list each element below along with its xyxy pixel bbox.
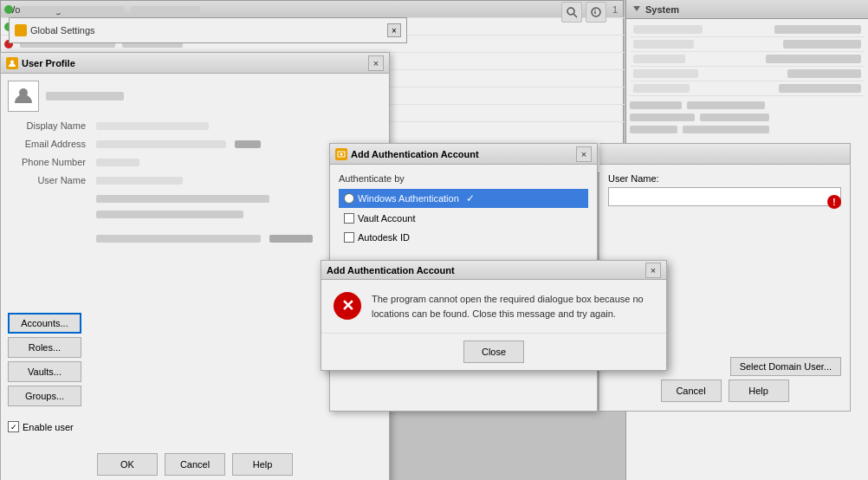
add-auth-icon (335, 148, 347, 160)
system-row-label (633, 55, 685, 63)
grid-cell (131, 6, 200, 13)
blurred-label (630, 126, 677, 133)
auth-help-button[interactable]: Help (729, 379, 789, 402)
avatar (8, 81, 39, 112)
vault-account-checkbox[interactable] (344, 213, 354, 224)
system-row-label (633, 84, 690, 93)
user-name-input[interactable] (608, 187, 841, 206)
add-auth-close-button[interactable]: × (576, 146, 592, 162)
system-row-value (774, 25, 861, 34)
windows-auth-radio[interactable] (344, 193, 354, 204)
system-row (630, 23, 865, 37)
toolbar-icon-2[interactable] (586, 2, 606, 23)
form-row-email: Email Address (8, 139, 382, 149)
form-row-extra3 (8, 235, 382, 243)
select-domain-user-button[interactable]: Select Domain User... (730, 357, 841, 376)
autodesk-id-checkbox[interactable] (344, 232, 354, 243)
email-label: Email Address (8, 139, 86, 149)
svg-point-0 (567, 8, 574, 15)
system-row (630, 67, 865, 81)
form-row-display-name: Display Name (8, 120, 382, 131)
auth-right-titlebar (599, 144, 850, 165)
groups-button[interactable]: Groups... (8, 386, 81, 406)
email-value (96, 140, 226, 148)
enable-user-checkbox[interactable]: ✓ (8, 421, 19, 432)
autodesk-id-label: Autodesk ID (358, 232, 410, 243)
form-row-username: User Name (8, 175, 382, 185)
phone-label: Phone Number (8, 157, 86, 167)
username-value (96, 177, 183, 185)
svg-point-2 (592, 8, 600, 16)
system-row-value (766, 55, 861, 63)
error-x-icon: ✕ (341, 298, 354, 314)
add-auth-title-left: Add Authentication Account (335, 148, 479, 160)
expand-icon (633, 6, 640, 13)
blurred-value (700, 114, 769, 121)
grid-cell (20, 6, 124, 13)
extra-row-value3b (269, 235, 313, 243)
roles-button[interactable]: Roles... (8, 337, 81, 358)
extra-row-value (96, 195, 269, 203)
svg-line-1 (573, 14, 577, 17)
error-close-button[interactable]: Close (463, 341, 524, 363)
auth-content: Authenticate by Windows Authentication ✓… (330, 165, 597, 256)
error-dialog-titlebar: Add Authentication Account × (321, 261, 666, 280)
help-button[interactable]: Help (232, 453, 293, 476)
system-row (630, 52, 865, 67)
error-dialog: Add Authentication Account × ✕ The progr… (321, 260, 667, 371)
email-extra (235, 140, 261, 148)
authenticate-by-label: Authenticate by (339, 173, 588, 184)
blurred-info-row (630, 126, 865, 133)
user-profile-close-button[interactable]: × (368, 55, 384, 71)
form-row-extra2 (8, 211, 382, 218)
user-profile-icon (6, 57, 18, 69)
blurred-label (630, 101, 682, 109)
blurred-info-row (630, 114, 865, 121)
blurred-value (683, 126, 769, 133)
global-settings-title: Global Settings (30, 25, 95, 36)
svg-point-5 (10, 60, 14, 63)
error-dialog-content: ✕ The program cannot open the required d… (321, 280, 666, 333)
autodesk-id-option[interactable]: Autodesk ID (339, 229, 588, 246)
svg-point-8 (340, 152, 343, 155)
error-dialog-footer: Close (321, 333, 666, 370)
system-row (630, 81, 865, 96)
enable-user-row: ✓ Enable user (8, 421, 74, 432)
vault-account-label: Vault Account (358, 213, 415, 224)
user-profile-titlebar: User Profile × (1, 53, 389, 74)
global-settings-icon (15, 24, 27, 36)
system-row-value (779, 84, 861, 93)
vault-account-option[interactable]: Vault Account (339, 210, 588, 227)
windows-auth-label: Windows Authentication (358, 193, 459, 204)
avatar-placeholder (46, 92, 124, 101)
display-name-label: Display Name (8, 120, 86, 131)
error-circle-icon: ✕ (334, 292, 361, 320)
enable-user-label: Enable user (23, 422, 74, 432)
global-settings-close-button[interactable]: × (387, 23, 401, 37)
user-profile-bottom-buttons: OK Cancel Help (1, 453, 389, 476)
display-name-value (96, 122, 209, 130)
add-auth-title: Add Authentication Account (351, 149, 479, 159)
blurred-info-row (630, 101, 865, 109)
auth-right-content: User Name: ! (599, 165, 850, 222)
blurred-value (687, 101, 765, 109)
ok-button[interactable]: OK (97, 453, 158, 476)
system-row-label (633, 25, 703, 34)
system-row-value (787, 69, 861, 78)
global-settings-window: Global Settings × (9, 17, 407, 43)
accounts-button[interactable]: Accounts... (8, 313, 81, 334)
status-dot (4, 5, 13, 14)
system-row (630, 37, 865, 52)
form-row-phone: Phone Number (8, 157, 382, 167)
blurred-label (630, 114, 695, 121)
auth-cancel-button[interactable]: Cancel (661, 379, 722, 402)
error-dialog-title: Add Authentication Account (327, 265, 455, 276)
cancel-button[interactable]: Cancel (165, 453, 225, 476)
vaults-button[interactable]: Vaults... (8, 361, 81, 382)
windows-auth-option[interactable]: Windows Authentication ✓ (339, 189, 588, 208)
toolbar-icon-1[interactable] (561, 2, 582, 23)
error-dialog-close-button[interactable]: × (645, 263, 661, 278)
error-indicator-icon: ! (827, 195, 841, 209)
system-panel-titlebar: System (626, 0, 868, 19)
phone-value (96, 159, 139, 166)
